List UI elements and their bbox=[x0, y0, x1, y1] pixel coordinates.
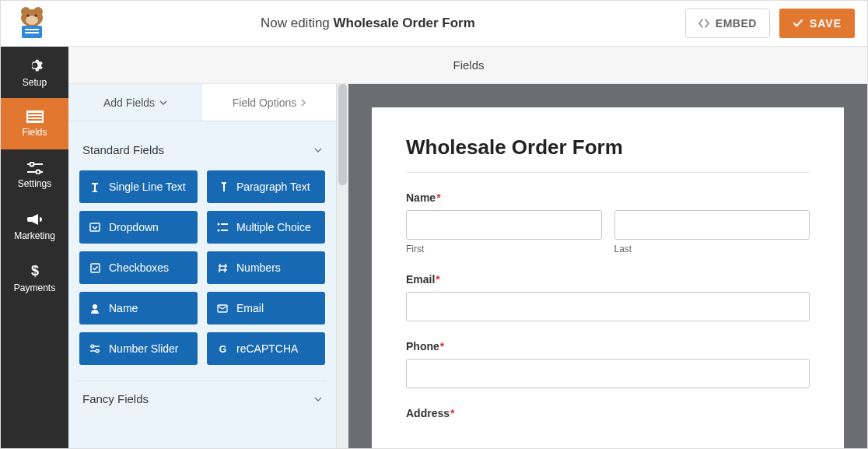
text-cursor-icon bbox=[89, 181, 101, 192]
required-mark: * bbox=[440, 340, 444, 353]
field-label: Dropdown bbox=[109, 221, 159, 233]
sidebar-item-marketing[interactable]: Marketing bbox=[1, 201, 68, 252]
section-fancy-fields[interactable]: Fancy Fields bbox=[78, 381, 327, 419]
panel-scrollbar[interactable] bbox=[336, 84, 348, 448]
svg-rect-12 bbox=[28, 119, 42, 121]
form-name: Wholesale Order Form bbox=[334, 16, 475, 30]
form-field-phone[interactable]: Phone* bbox=[406, 340, 810, 388]
hash-icon bbox=[216, 263, 229, 273]
envelope-icon bbox=[216, 304, 229, 313]
email-input[interactable] bbox=[406, 292, 810, 321]
sidebar-label: Setup bbox=[23, 77, 47, 88]
field-multiple-choice[interactable]: Multiple Choice bbox=[207, 211, 325, 244]
svg-point-15 bbox=[30, 162, 33, 166]
checkbox-icon bbox=[89, 263, 101, 273]
subheader-title: Fields bbox=[453, 58, 484, 72]
svg-point-3 bbox=[26, 16, 38, 25]
svg-text:$: $ bbox=[30, 263, 38, 279]
field-name[interactable]: Name bbox=[79, 292, 198, 324]
embed-button[interactable]: EMBED bbox=[685, 9, 770, 38]
required-mark: * bbox=[436, 191, 440, 204]
panel-body: Standard Fields Single Line Text Paragra… bbox=[68, 121, 336, 448]
code-icon bbox=[698, 18, 709, 29]
sliders-icon bbox=[27, 162, 43, 174]
now-editing-label: Now editing bbox=[261, 16, 334, 30]
svg-rect-18 bbox=[90, 223, 100, 231]
editing-title: Now editing Wholesale Order Form bbox=[51, 16, 685, 31]
section-label: Fancy Fields bbox=[82, 392, 149, 405]
check-icon bbox=[793, 18, 803, 29]
field-label: Address* bbox=[406, 407, 810, 419]
sidebar-item-fields[interactable]: Fields bbox=[1, 98, 68, 149]
section-standard-fields[interactable]: Standard Fields bbox=[78, 132, 327, 170]
field-label: reCAPTCHA bbox=[236, 342, 298, 355]
field-label: Name bbox=[109, 302, 138, 314]
field-number-slider[interactable]: Number Slider bbox=[79, 332, 198, 365]
field-paragraph-text[interactable]: Paragraph Text bbox=[207, 170, 325, 203]
sliders-icon bbox=[89, 344, 101, 353]
form-preview[interactable]: Wholesale Order Form Name* First Last Em… bbox=[372, 107, 844, 448]
svg-rect-11 bbox=[28, 116, 42, 118]
embed-label: EMBED bbox=[716, 17, 757, 30]
save-label: SAVE bbox=[810, 17, 842, 30]
svg-point-16 bbox=[36, 170, 40, 174]
field-dropdown[interactable]: Dropdown bbox=[79, 211, 198, 244]
field-numbers[interactable]: Numbers bbox=[207, 251, 325, 284]
field-label: Paragraph Text bbox=[236, 181, 310, 193]
svg-rect-22 bbox=[221, 230, 228, 231]
sub-header: Fields bbox=[68, 47, 868, 84]
sidebar-item-settings[interactable]: Settings bbox=[1, 149, 68, 201]
field-label: Email* bbox=[406, 273, 810, 286]
gear-icon bbox=[27, 58, 43, 73]
field-label: Name* bbox=[406, 191, 810, 204]
field-label: Numbers bbox=[236, 261, 281, 274]
sidebar-label: Fields bbox=[22, 127, 47, 138]
main: Setup Fields Settings Marketing $ Paymen… bbox=[1, 47, 867, 448]
field-checkboxes[interactable]: Checkboxes bbox=[79, 251, 198, 284]
sidebar-label: Payments bbox=[14, 282, 55, 293]
field-recaptcha[interactable]: G reCAPTCHA bbox=[207, 332, 325, 365]
sidebar-label: Marketing bbox=[14, 230, 55, 241]
last-name-input[interactable] bbox=[614, 210, 810, 240]
field-label: Checkboxes bbox=[109, 261, 169, 274]
svg-rect-7 bbox=[25, 29, 39, 30]
form-icon bbox=[26, 110, 44, 123]
svg-rect-10 bbox=[28, 113, 42, 114]
scroll-thumb[interactable] bbox=[338, 84, 347, 185]
panel-tabs: Add Fields Field Options bbox=[68, 84, 336, 121]
field-single-line-text[interactable]: Single Line Text bbox=[79, 170, 198, 203]
chevron-right-icon bbox=[301, 99, 306, 107]
svg-point-29 bbox=[96, 349, 99, 353]
chevron-down-icon bbox=[159, 100, 167, 105]
field-email[interactable]: Email bbox=[207, 292, 325, 324]
svg-rect-20 bbox=[221, 223, 228, 225]
field-label: Email bbox=[236, 302, 264, 314]
standard-fields-grid: Single Line Text Paragraph Text Dropdown… bbox=[78, 170, 327, 381]
field-label: Multiple Choice bbox=[236, 221, 311, 233]
left-sidebar: Setup Fields Settings Marketing $ Paymen… bbox=[1, 47, 68, 448]
sidebar-item-setup[interactable]: Setup bbox=[1, 47, 68, 98]
form-title: Wholesale Order Form bbox=[406, 135, 810, 160]
first-name-input[interactable] bbox=[406, 210, 602, 240]
section-label: Standard Fields bbox=[82, 143, 164, 156]
form-field-email[interactable]: Email* bbox=[406, 273, 810, 321]
top-actions: EMBED SAVE bbox=[685, 9, 855, 38]
form-field-address[interactable]: Address* bbox=[406, 407, 810, 419]
bullhorn-icon bbox=[27, 212, 43, 226]
required-mark: * bbox=[450, 407, 454, 419]
svg-text:G: G bbox=[219, 344, 226, 354]
form-field-name[interactable]: Name* First Last bbox=[406, 191, 810, 254]
sidebar-item-payments[interactable]: $ Payments bbox=[1, 252, 68, 303]
user-icon bbox=[89, 303, 101, 314]
dropdown-icon bbox=[89, 223, 101, 232]
svg-point-19 bbox=[218, 223, 220, 226]
tab-label: Field Options bbox=[233, 96, 296, 109]
save-button[interactable]: SAVE bbox=[779, 9, 855, 38]
chevron-down-icon bbox=[314, 397, 322, 402]
phone-input[interactable] bbox=[406, 359, 810, 388]
tab-field-options[interactable]: Field Options bbox=[202, 84, 336, 121]
tab-add-fields[interactable]: Add Fields bbox=[68, 84, 202, 121]
svg-point-24 bbox=[93, 304, 97, 309]
dollar-icon: $ bbox=[30, 263, 40, 279]
form-canvas: Wholesale Order Form Name* First Last Em… bbox=[348, 84, 867, 448]
